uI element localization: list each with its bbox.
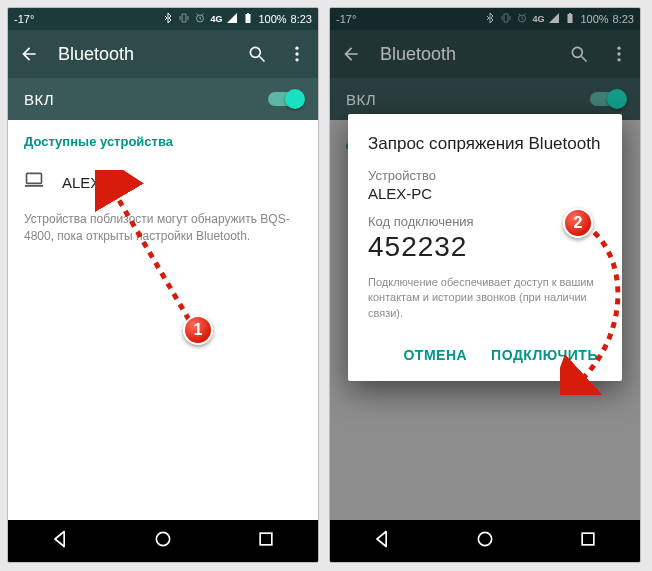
vibrate-icon bbox=[500, 12, 512, 26]
pairing-dialog: Запрос сопряжения Bluetooth Устройство A… bbox=[348, 114, 622, 381]
overflow-menu-button[interactable] bbox=[286, 43, 308, 65]
dialog-device-name: ALEX-PC bbox=[368, 185, 602, 202]
dialog-title: Запрос сопряжения Bluetooth bbox=[368, 134, 602, 154]
toggle-label: ВКЛ bbox=[346, 91, 376, 108]
battery-percent: 100% bbox=[580, 13, 608, 25]
temp-indicator: -17° bbox=[336, 13, 356, 25]
nav-back-button[interactable] bbox=[372, 529, 392, 553]
app-bar: Bluetooth bbox=[330, 30, 640, 78]
svg-point-6 bbox=[295, 52, 298, 55]
svg-point-7 bbox=[295, 58, 298, 61]
nav-recent-button[interactable] bbox=[578, 529, 598, 553]
battery-icon bbox=[242, 12, 254, 26]
svg-point-4 bbox=[250, 47, 260, 57]
alarm-icon bbox=[194, 12, 206, 26]
svg-point-9 bbox=[156, 532, 169, 545]
bluetooth-icon bbox=[484, 12, 496, 26]
app-bar: Bluetooth bbox=[8, 30, 318, 78]
svg-rect-3 bbox=[247, 13, 249, 14]
svg-rect-0 bbox=[182, 14, 186, 22]
temp-indicator: -17° bbox=[14, 13, 34, 25]
status-bar: -17° 4G 100% 8:23 bbox=[8, 8, 318, 30]
phone-right: -17° 4G 100% 8:23 Bluetooth ВКЛ Доступны… bbox=[329, 7, 641, 563]
bluetooth-icon bbox=[162, 12, 174, 26]
back-button[interactable] bbox=[18, 43, 40, 65]
svg-point-16 bbox=[617, 47, 620, 50]
battery-icon bbox=[564, 12, 576, 26]
svg-point-5 bbox=[295, 47, 298, 50]
nav-bar bbox=[330, 520, 640, 562]
discovery-hint: Устройства поблизости могут обнаружить B… bbox=[24, 211, 302, 246]
nav-bar bbox=[8, 520, 318, 562]
toggle-label: ВКЛ bbox=[24, 91, 54, 108]
svg-point-17 bbox=[617, 52, 620, 55]
svg-point-15 bbox=[572, 47, 582, 57]
nav-home-button[interactable] bbox=[475, 529, 495, 553]
vibrate-icon bbox=[178, 12, 190, 26]
svg-rect-13 bbox=[568, 14, 573, 23]
dialog-device-label: Устройство bbox=[368, 168, 602, 183]
svg-rect-20 bbox=[582, 533, 594, 545]
clock-time: 8:23 bbox=[613, 13, 634, 25]
page-title: Bluetooth bbox=[58, 44, 228, 65]
bluetooth-toggle-switch[interactable] bbox=[590, 92, 624, 106]
svg-point-19 bbox=[478, 532, 491, 545]
available-devices-header: Доступные устройства bbox=[24, 134, 302, 149]
laptop-icon bbox=[24, 171, 44, 193]
battery-percent: 100% bbox=[258, 13, 286, 25]
dialog-cancel-button[interactable]: ОТМЕНА bbox=[403, 347, 467, 363]
content-area: Доступные устройства ALEX-PC Устройства … bbox=[8, 120, 318, 520]
svg-rect-8 bbox=[27, 173, 42, 183]
nav-back-button[interactable] bbox=[50, 529, 70, 553]
search-button[interactable] bbox=[568, 43, 590, 65]
nav-home-button[interactable] bbox=[153, 529, 173, 553]
page-title: Bluetooth bbox=[380, 44, 550, 65]
svg-rect-10 bbox=[260, 533, 272, 545]
clock-time: 8:23 bbox=[291, 13, 312, 25]
back-button[interactable] bbox=[340, 43, 362, 65]
network-4g-icon: 4G bbox=[532, 14, 544, 24]
dialog-connect-button[interactable]: ПОДКЛЮЧИТЬ bbox=[491, 347, 598, 363]
status-bar: -17° 4G 100% 8:23 bbox=[330, 8, 640, 30]
device-name: ALEX-PC bbox=[62, 174, 126, 191]
content-area: Доступные устройства Запрос сопряжения B… bbox=[330, 120, 640, 520]
network-4g-icon: 4G bbox=[210, 14, 222, 24]
alarm-icon bbox=[516, 12, 528, 26]
svg-rect-11 bbox=[504, 14, 508, 22]
nav-recent-button[interactable] bbox=[256, 529, 276, 553]
svg-point-18 bbox=[617, 58, 620, 61]
overflow-menu-button[interactable] bbox=[608, 43, 630, 65]
dialog-pairing-code: 452232 bbox=[368, 231, 602, 263]
signal-icon bbox=[548, 12, 560, 26]
bluetooth-toggle-switch[interactable] bbox=[268, 92, 302, 106]
svg-rect-2 bbox=[246, 14, 251, 23]
bluetooth-toggle-bar: ВКЛ bbox=[8, 78, 318, 120]
search-button[interactable] bbox=[246, 43, 268, 65]
device-row[interactable]: ALEX-PC bbox=[24, 163, 302, 211]
svg-rect-14 bbox=[569, 13, 571, 14]
phone-left: -17° 4G 100% 8:23 Bluetooth ВКЛ Доступны… bbox=[7, 7, 319, 563]
dialog-code-label: Код подключения bbox=[368, 214, 602, 229]
signal-icon bbox=[226, 12, 238, 26]
dialog-hint-text: Подключение обеспечивает доступ к вашим … bbox=[368, 275, 602, 321]
